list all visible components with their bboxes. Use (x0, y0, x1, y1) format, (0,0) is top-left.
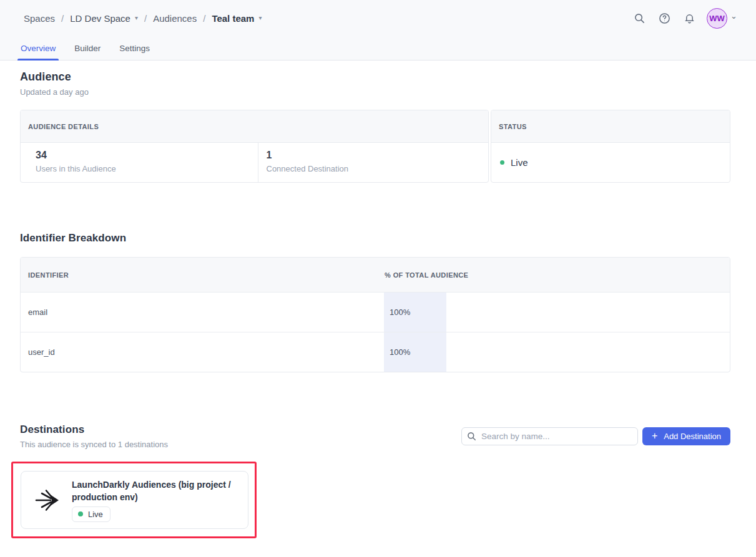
destinations-subtitle: This audience is synced to 1 destination… (20, 440, 168, 449)
destination-card[interactable]: LaunchDarkly Audiences (big project / pr… (21, 471, 248, 529)
breadcrumb: Spaces / LD Dev Space ▾ / Audiences / Te… (24, 13, 262, 24)
audience-section: Audience Updated a day ago AUDIENCE DETA… (20, 70, 730, 183)
destinations-controls: + Add Destination (461, 427, 730, 445)
users-stat: 34 Users in this Audience (21, 143, 258, 182)
search-input[interactable] (461, 427, 638, 445)
destination-info: LaunchDarkly Audiences (big project / pr… (72, 478, 245, 522)
tab-settings[interactable]: Settings (116, 36, 153, 60)
destinations-header-row: Destinations This audience is synced to … (20, 424, 730, 449)
users-count-label: Users in this Audience (36, 164, 258, 173)
notifications-bell-icon[interactable] (683, 12, 695, 24)
chevron-down-icon[interactable]: ⌄ (730, 13, 737, 19)
annotation-highlight-box: LaunchDarkly Audiences (big project / pr… (11, 462, 257, 538)
search-icon[interactable] (633, 12, 646, 24)
audience-details-body: 34 Users in this Audience 1 Connected De… (21, 143, 488, 182)
breadcrumb-space-selector[interactable]: LD Dev Space ▾ (70, 13, 138, 24)
percent-value: 100% (384, 347, 410, 357)
help-icon[interactable] (658, 12, 670, 24)
tab-overview[interactable]: Overview (17, 36, 59, 60)
caret-down-icon: ▾ (258, 14, 262, 21)
status-body: Live (491, 143, 730, 182)
live-status-dot-icon (500, 160, 504, 165)
search-icon (467, 432, 476, 441)
main-content: Audience Updated a day ago AUDIENCE DETA… (0, 61, 756, 538)
breadcrumb-audiences[interactable]: Audiences (153, 13, 197, 24)
table-row: email 100% (21, 292, 730, 332)
top-header: Spaces / LD Dev Space ▾ / Audiences / Te… (0, 0, 756, 36)
connected-destinations-count: 1 (267, 150, 489, 161)
destinations-section: Destinations This audience is synced to … (20, 424, 730, 538)
table-row: user_id 100% (21, 332, 730, 372)
connected-destinations-stat: 1 Connected Destination (258, 143, 489, 182)
status-header: STATUS (491, 110, 730, 143)
plus-icon: + (652, 430, 657, 442)
add-destination-label: Add Destination (664, 432, 721, 441)
audience-title: Audience (20, 70, 730, 84)
status-panel: STATUS Live (491, 110, 730, 183)
destinations-title: Destinations (20, 424, 168, 436)
percent-bar: 100% (384, 293, 446, 332)
identifier-name: email (21, 308, 47, 317)
audience-details-header: AUDIENCE DETAILS (21, 110, 488, 143)
identifier-column-header: IDENTIFIER (21, 271, 69, 279)
caret-down-icon: ▾ (135, 14, 138, 21)
users-count: 34 (36, 150, 258, 161)
percent-column-header: % OF TOTAL AUDIENCE (385, 271, 468, 279)
connected-destinations-label: Connected Destination (267, 164, 489, 173)
destination-status: Live (88, 510, 103, 519)
destination-search (461, 427, 638, 445)
status-badge: Live (72, 506, 110, 522)
destinations-heading-block: Destinations This audience is synced to … (20, 424, 168, 449)
breadcrumb-space-label: LD Dev Space (70, 13, 130, 24)
tab-bar: Overview Builder Settings (0, 36, 756, 61)
identifier-table: IDENTIFIER % OF TOTAL AUDIENCE email 100… (20, 257, 730, 372)
audience-details-panel: AUDIENCE DETAILS 34 Users in this Audien… (20, 110, 489, 183)
destination-name: LaunchDarkly Audiences (big project / pr… (72, 478, 245, 503)
breadcrumb-separator: / (203, 13, 205, 24)
percent-value: 100% (384, 308, 410, 317)
identifier-name: user_id (21, 347, 55, 357)
header-actions: WW ⌄ (621, 8, 737, 29)
tab-builder[interactable]: Builder (71, 36, 104, 60)
breadcrumb-separator: / (144, 13, 147, 24)
launchdarkly-logo-icon (34, 487, 61, 514)
breadcrumb-audience-selector[interactable]: Teal team ▾ (212, 13, 262, 24)
live-status-dot-icon (78, 511, 83, 516)
identifier-breakdown-section: Identifier Breakdown IDENTIFIER % OF TOT… (20, 232, 730, 372)
audience-summary-tables: AUDIENCE DETAILS 34 Users in this Audien… (20, 110, 730, 183)
add-destination-button[interactable]: + Add Destination (642, 427, 730, 445)
percent-bar: 100% (384, 332, 446, 372)
breadcrumb-separator: / (61, 13, 64, 24)
status-value: Live (511, 157, 528, 168)
user-avatar[interactable]: WW (707, 8, 727, 29)
identifier-table-header: IDENTIFIER % OF TOTAL AUDIENCE (21, 258, 730, 292)
audience-updated-text: Updated a day ago (20, 87, 730, 97)
breadcrumb-current-audience: Teal team (212, 13, 254, 24)
breadcrumb-spaces[interactable]: Spaces (24, 13, 55, 24)
identifier-breakdown-title: Identifier Breakdown (20, 232, 730, 245)
